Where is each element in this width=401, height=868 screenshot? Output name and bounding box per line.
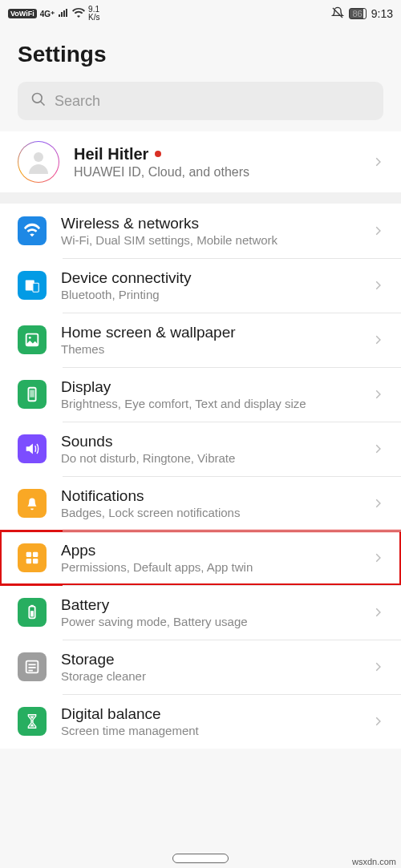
item-notifications[interactable]: NotificationsBadges, Lock screen notific…: [0, 476, 401, 531]
item-sounds[interactable]: SoundsDo not disturb, Ringtone, Vibrate: [0, 422, 401, 476]
wifi-icon: [72, 7, 85, 20]
mute-icon: [331, 6, 344, 22]
row-title: Device connectivity: [61, 269, 358, 287]
chevron-right-icon: [372, 498, 383, 509]
vowifi-badge: VoWiFi: [8, 9, 37, 18]
svg-rect-12: [33, 559, 38, 563]
account-section: Heil Hitler HUAWEI ID, Cloud, and others: [0, 131, 401, 192]
row-title: Home screen & wallpaper: [61, 324, 358, 341]
status-left: VoWiFi 4G⁺ 9.1K/s: [8, 6, 100, 22]
svg-line-1: [41, 102, 45, 106]
row-title: Battery: [61, 596, 358, 614]
watermark: wsxdn.com: [352, 857, 396, 866]
list-icon: [18, 652, 47, 681]
devices-icon: [18, 271, 47, 300]
row-subtitle: Themes: [61, 342, 358, 356]
search-placeholder: Search: [55, 93, 100, 110]
item-device-connectivity[interactable]: Device connectivityBluetooth, Printing: [0, 258, 401, 313]
chevron-right-icon: [372, 280, 383, 291]
row-title: Wireless & networks: [61, 215, 358, 232]
avatar: [18, 141, 59, 183]
svg-rect-14: [30, 605, 34, 607]
item-apps[interactable]: AppsPermissions, Default apps, App twin: [0, 531, 401, 585]
row-subtitle: Do not disturb, Ringtone, Vibrate: [61, 451, 358, 465]
svg-rect-4: [33, 283, 38, 292]
row-subtitle: Power saving mode, Battery usage: [61, 615, 358, 628]
svg-rect-11: [26, 559, 31, 563]
item-wireless-networks[interactable]: Wireless & networksWi-Fi, Dual SIM setti…: [0, 204, 401, 258]
item-digital-balance[interactable]: Digital balanceScreen time management: [0, 694, 401, 749]
chevron-right-icon: [372, 661, 383, 672]
svg-rect-8: [30, 390, 34, 398]
network-speed: 9.1K/s: [88, 6, 99, 22]
row-title: Display: [61, 378, 358, 396]
chevron-right-icon: [372, 607, 383, 618]
status-bar: VoWiFi 4G⁺ 9.1K/s 86 9:13: [0, 0, 401, 24]
chevron-right-icon: [372, 156, 383, 168]
row-subtitle: Wi-Fi, Dual SIM settings, Mobile network: [61, 233, 358, 247]
settings-screen: VoWiFi 4G⁺ 9.1K/s 86 9:13 Settings: [0, 0, 401, 868]
phone-icon: [18, 380, 47, 409]
clock: 9:13: [371, 7, 393, 20]
chevron-right-icon: [372, 443, 383, 454]
battery-icon: [18, 598, 47, 627]
svg-rect-9: [26, 552, 31, 557]
row-title: Apps: [61, 542, 358, 559]
chevron-right-icon: [372, 389, 383, 400]
svg-rect-10: [33, 552, 38, 557]
row-subtitle: Badges, Lock screen notifications: [61, 506, 358, 519]
account-row[interactable]: Heil Hitler HUAWEI ID, Cloud, and others: [0, 131, 401, 192]
page-title: Settings: [0, 24, 401, 82]
chevron-right-icon: [372, 552, 383, 563]
item-home-screen-wallpaper[interactable]: Home screen & wallpaperThemes: [0, 313, 401, 367]
svg-point-6: [29, 337, 31, 339]
row-subtitle: Bluetooth, Printing: [61, 288, 358, 301]
row-title: Sounds: [61, 433, 358, 450]
network-4g-label: 4G⁺: [40, 10, 55, 18]
search-wrap: Search: [0, 82, 401, 131]
battery-indicator: 86: [349, 8, 367, 19]
account-text: Heil Hitler HUAWEI ID, Cloud, and others: [74, 145, 358, 180]
search-icon: [30, 91, 47, 111]
row-subtitle: Screen time management: [61, 724, 358, 737]
section-gap: [0, 192, 401, 204]
row-subtitle: Storage cleaner: [61, 669, 358, 683]
row-title: Digital balance: [61, 705, 358, 723]
settings-list: Wireless & networksWi-Fi, Dual SIM setti…: [0, 204, 401, 749]
item-battery[interactable]: BatteryPower saving mode, Battery usage: [0, 585, 401, 640]
wifi-icon: [18, 216, 47, 245]
chevron-right-icon: [372, 334, 383, 345]
row-title: Storage: [61, 651, 358, 668]
item-storage[interactable]: StorageStorage cleaner: [0, 640, 401, 694]
chevron-right-icon: [372, 225, 383, 236]
speaker-icon: [18, 434, 47, 463]
status-right: 86 9:13: [331, 6, 394, 22]
grid-icon: [18, 543, 47, 572]
account-name: Heil Hitler: [74, 145, 148, 164]
chevron-right-icon: [372, 716, 383, 727]
row-subtitle: Brightness, Eye comfort, Text and displa…: [61, 397, 358, 410]
item-display[interactable]: DisplayBrightness, Eye comfort, Text and…: [0, 367, 401, 422]
notification-dot-icon: [155, 151, 161, 157]
row-subtitle: Permissions, Default apps, App twin: [61, 560, 358, 574]
picture-icon: [18, 325, 47, 354]
home-indicator[interactable]: [172, 854, 229, 863]
search-input[interactable]: Search: [18, 82, 383, 120]
svg-rect-15: [30, 611, 34, 616]
bell-icon: [18, 489, 47, 518]
hourglass-icon: [18, 707, 47, 736]
account-subtitle: HUAWEI ID, Cloud, and others: [74, 165, 358, 180]
svg-point-0: [33, 94, 43, 103]
row-title: Notifications: [61, 487, 358, 505]
signal-icon: [58, 7, 69, 20]
svg-point-2: [34, 152, 43, 162]
